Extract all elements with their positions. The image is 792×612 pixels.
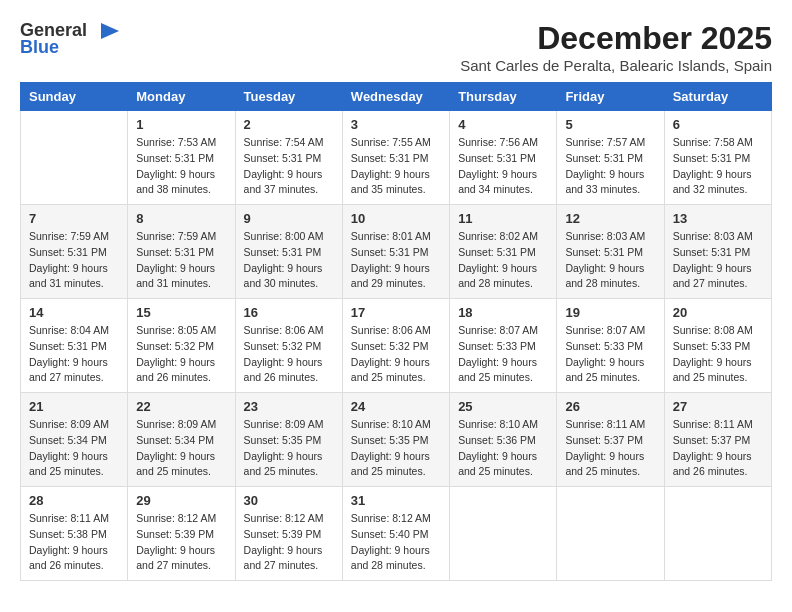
day-number: 17 <box>351 305 441 320</box>
calendar-week-row: 14Sunrise: 8:04 AMSunset: 5:31 PMDayligh… <box>21 299 772 393</box>
day-info: Sunrise: 8:03 AMSunset: 5:31 PMDaylight:… <box>565 229 655 292</box>
day-number: 18 <box>458 305 548 320</box>
table-row: 14Sunrise: 8:04 AMSunset: 5:31 PMDayligh… <box>21 299 128 393</box>
day-number: 31 <box>351 493 441 508</box>
table-row: 21Sunrise: 8:09 AMSunset: 5:34 PMDayligh… <box>21 393 128 487</box>
day-number: 13 <box>673 211 763 226</box>
table-row: 19Sunrise: 8:07 AMSunset: 5:33 PMDayligh… <box>557 299 664 393</box>
day-info: Sunrise: 8:11 AMSunset: 5:37 PMDaylight:… <box>673 417 763 480</box>
table-row: 18Sunrise: 8:07 AMSunset: 5:33 PMDayligh… <box>450 299 557 393</box>
calendar-week-row: 1Sunrise: 7:53 AMSunset: 5:31 PMDaylight… <box>21 111 772 205</box>
table-row: 1Sunrise: 7:53 AMSunset: 5:31 PMDaylight… <box>128 111 235 205</box>
day-number: 22 <box>136 399 226 414</box>
header-friday: Friday <box>557 83 664 111</box>
table-row: 10Sunrise: 8:01 AMSunset: 5:31 PMDayligh… <box>342 205 449 299</box>
logo-icon <box>91 21 121 41</box>
table-row: 30Sunrise: 8:12 AMSunset: 5:39 PMDayligh… <box>235 487 342 581</box>
day-number: 23 <box>244 399 334 414</box>
day-info: Sunrise: 8:03 AMSunset: 5:31 PMDaylight:… <box>673 229 763 292</box>
calendar-header-row: Sunday Monday Tuesday Wednesday Thursday… <box>21 83 772 111</box>
day-number: 19 <box>565 305 655 320</box>
day-info: Sunrise: 7:55 AMSunset: 5:31 PMDaylight:… <box>351 135 441 198</box>
day-number: 10 <box>351 211 441 226</box>
table-row: 7Sunrise: 7:59 AMSunset: 5:31 PMDaylight… <box>21 205 128 299</box>
table-row: 9Sunrise: 8:00 AMSunset: 5:31 PMDaylight… <box>235 205 342 299</box>
day-info: Sunrise: 8:09 AMSunset: 5:35 PMDaylight:… <box>244 417 334 480</box>
header: General Blue December 2025 Sant Carles d… <box>20 20 772 74</box>
table-row: 28Sunrise: 8:11 AMSunset: 5:38 PMDayligh… <box>21 487 128 581</box>
day-info: Sunrise: 8:04 AMSunset: 5:31 PMDaylight:… <box>29 323 119 386</box>
day-info: Sunrise: 8:11 AMSunset: 5:37 PMDaylight:… <box>565 417 655 480</box>
day-info: Sunrise: 8:06 AMSunset: 5:32 PMDaylight:… <box>244 323 334 386</box>
day-number: 6 <box>673 117 763 132</box>
table-row: 25Sunrise: 8:10 AMSunset: 5:36 PMDayligh… <box>450 393 557 487</box>
table-row: 2Sunrise: 7:54 AMSunset: 5:31 PMDaylight… <box>235 111 342 205</box>
day-info: Sunrise: 7:59 AMSunset: 5:31 PMDaylight:… <box>29 229 119 292</box>
day-number: 30 <box>244 493 334 508</box>
svg-marker-0 <box>101 23 119 39</box>
day-number: 1 <box>136 117 226 132</box>
table-row: 24Sunrise: 8:10 AMSunset: 5:35 PMDayligh… <box>342 393 449 487</box>
header-saturday: Saturday <box>664 83 771 111</box>
day-number: 15 <box>136 305 226 320</box>
day-number: 2 <box>244 117 334 132</box>
day-info: Sunrise: 8:09 AMSunset: 5:34 PMDaylight:… <box>29 417 119 480</box>
table-row: 27Sunrise: 8:11 AMSunset: 5:37 PMDayligh… <box>664 393 771 487</box>
table-row: 31Sunrise: 8:12 AMSunset: 5:40 PMDayligh… <box>342 487 449 581</box>
month-title: December 2025 <box>460 20 772 57</box>
table-row: 16Sunrise: 8:06 AMSunset: 5:32 PMDayligh… <box>235 299 342 393</box>
header-thursday: Thursday <box>450 83 557 111</box>
table-row: 4Sunrise: 7:56 AMSunset: 5:31 PMDaylight… <box>450 111 557 205</box>
table-row: 8Sunrise: 7:59 AMSunset: 5:31 PMDaylight… <box>128 205 235 299</box>
header-tuesday: Tuesday <box>235 83 342 111</box>
table-row <box>557 487 664 581</box>
day-info: Sunrise: 7:57 AMSunset: 5:31 PMDaylight:… <box>565 135 655 198</box>
day-info: Sunrise: 8:07 AMSunset: 5:33 PMDaylight:… <box>565 323 655 386</box>
day-number: 28 <box>29 493 119 508</box>
day-info: Sunrise: 7:56 AMSunset: 5:31 PMDaylight:… <box>458 135 548 198</box>
logo: General Blue <box>20 20 121 58</box>
day-number: 14 <box>29 305 119 320</box>
day-info: Sunrise: 8:02 AMSunset: 5:31 PMDaylight:… <box>458 229 548 292</box>
day-number: 26 <box>565 399 655 414</box>
day-info: Sunrise: 7:59 AMSunset: 5:31 PMDaylight:… <box>136 229 226 292</box>
day-number: 7 <box>29 211 119 226</box>
day-number: 9 <box>244 211 334 226</box>
day-number: 8 <box>136 211 226 226</box>
title-section: December 2025 Sant Carles de Peralta, Ba… <box>460 20 772 74</box>
logo-blue: Blue <box>20 37 59 58</box>
header-monday: Monday <box>128 83 235 111</box>
table-row: 23Sunrise: 8:09 AMSunset: 5:35 PMDayligh… <box>235 393 342 487</box>
table-row: 17Sunrise: 8:06 AMSunset: 5:32 PMDayligh… <box>342 299 449 393</box>
calendar-week-row: 21Sunrise: 8:09 AMSunset: 5:34 PMDayligh… <box>21 393 772 487</box>
day-info: Sunrise: 8:12 AMSunset: 5:40 PMDaylight:… <box>351 511 441 574</box>
table-row: 12Sunrise: 8:03 AMSunset: 5:31 PMDayligh… <box>557 205 664 299</box>
day-info: Sunrise: 7:54 AMSunset: 5:31 PMDaylight:… <box>244 135 334 198</box>
day-number: 25 <box>458 399 548 414</box>
calendar-table: Sunday Monday Tuesday Wednesday Thursday… <box>20 82 772 581</box>
table-row: 6Sunrise: 7:58 AMSunset: 5:31 PMDaylight… <box>664 111 771 205</box>
table-row: 26Sunrise: 8:11 AMSunset: 5:37 PMDayligh… <box>557 393 664 487</box>
day-number: 3 <box>351 117 441 132</box>
table-row: 15Sunrise: 8:05 AMSunset: 5:32 PMDayligh… <box>128 299 235 393</box>
day-number: 16 <box>244 305 334 320</box>
day-number: 4 <box>458 117 548 132</box>
table-row: 29Sunrise: 8:12 AMSunset: 5:39 PMDayligh… <box>128 487 235 581</box>
day-number: 12 <box>565 211 655 226</box>
day-info: Sunrise: 8:01 AMSunset: 5:31 PMDaylight:… <box>351 229 441 292</box>
day-info: Sunrise: 8:12 AMSunset: 5:39 PMDaylight:… <box>244 511 334 574</box>
day-number: 29 <box>136 493 226 508</box>
day-info: Sunrise: 8:08 AMSunset: 5:33 PMDaylight:… <box>673 323 763 386</box>
table-row: 20Sunrise: 8:08 AMSunset: 5:33 PMDayligh… <box>664 299 771 393</box>
day-info: Sunrise: 8:10 AMSunset: 5:35 PMDaylight:… <box>351 417 441 480</box>
table-row <box>450 487 557 581</box>
table-row: 11Sunrise: 8:02 AMSunset: 5:31 PMDayligh… <box>450 205 557 299</box>
day-info: Sunrise: 8:10 AMSunset: 5:36 PMDaylight:… <box>458 417 548 480</box>
calendar-week-row: 28Sunrise: 8:11 AMSunset: 5:38 PMDayligh… <box>21 487 772 581</box>
day-number: 21 <box>29 399 119 414</box>
table-row: 22Sunrise: 8:09 AMSunset: 5:34 PMDayligh… <box>128 393 235 487</box>
day-info: Sunrise: 8:00 AMSunset: 5:31 PMDaylight:… <box>244 229 334 292</box>
calendar-week-row: 7Sunrise: 7:59 AMSunset: 5:31 PMDaylight… <box>21 205 772 299</box>
day-info: Sunrise: 8:11 AMSunset: 5:38 PMDaylight:… <box>29 511 119 574</box>
table-row <box>21 111 128 205</box>
